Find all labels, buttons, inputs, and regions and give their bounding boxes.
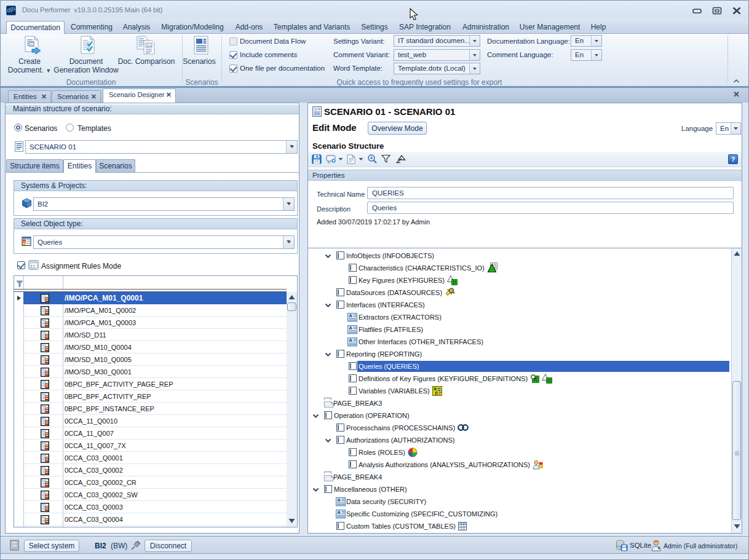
svg-text:A: A xyxy=(337,497,341,503)
svg-text:A: A xyxy=(349,313,352,318)
svg-text:?: ? xyxy=(438,390,442,396)
svg-text:A: A xyxy=(337,510,341,515)
svg-text:A: A xyxy=(349,337,352,343)
svg-text:A: A xyxy=(349,325,352,331)
